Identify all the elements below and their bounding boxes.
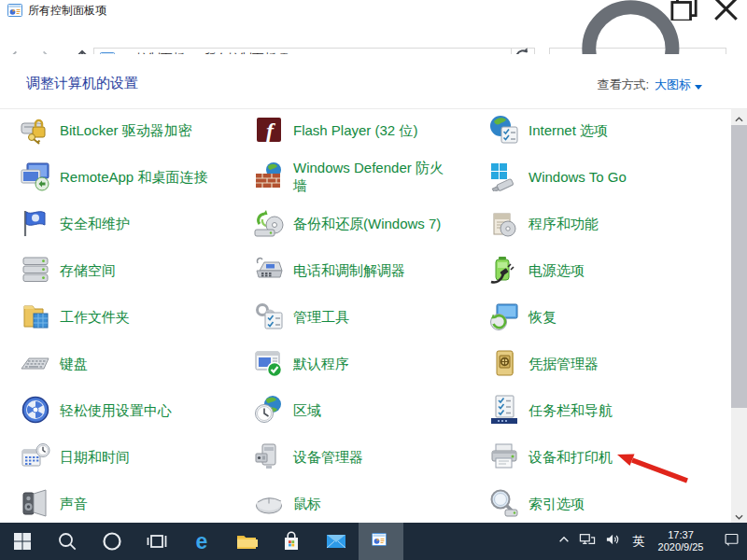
vertical-scrollbar[interactable] [731,109,747,523]
item-label: 凭据管理器 [529,355,599,372]
item-label: 备份和还原(Windows 7) [293,215,441,232]
control-panel-item[interactable]: 程序和功能 [478,200,710,246]
programs-features-icon [489,208,519,238]
control-panel-item[interactable]: 轻松使用设置中心 [9,386,243,433]
control-panel-item[interactable]: 安全和维护 [9,200,243,246]
header: 调整计算机的设置 查看方式: 大图标 [0,54,747,109]
svg-text:e: e [196,530,208,553]
storage-spaces-icon [21,255,50,285]
control-panel-item[interactable]: 工作文件夹 [9,293,243,340]
control-panel-item[interactable]: Internet 选项 [478,109,710,153]
taskbar-clock[interactable]: 17:37 2020/9/25 [652,529,710,553]
item-label: Flash Player (32 位) [293,121,417,139]
control-panel-item[interactable]: fFlash Player (32 位) [243,109,478,153]
control-panel-item[interactable]: 管理工具 [243,293,478,340]
control-panel-item[interactable]: 备份和还原(Windows 7) [243,200,478,246]
taskbar-app-start[interactable] [0,523,45,560]
action-center-icon[interactable] [719,523,743,560]
window-title: 所有控制面板项 [28,3,106,19]
item-label: RemoteApp 和桌面连接 [60,168,207,186]
control-panel-item[interactable]: 键盘 [9,340,243,386]
device-manager-icon [254,441,284,471]
taskbar-app-control-panel[interactable] [359,523,403,560]
ease-of-access-icon [21,395,50,425]
taskbar-app-mail[interactable] [314,523,359,560]
file-explorer-icon [235,530,258,553]
control-panel-icon [7,4,22,17]
firewall-icon [254,161,284,191]
taskbar-app-edge[interactable]: e [179,523,224,560]
taskbar-app-task-view[interactable] [134,523,179,560]
volume-icon[interactable] [601,523,626,560]
taskbar-app-file-explorer[interactable] [224,523,269,560]
item-label: 电话和调制解调器 [293,261,405,279]
phone-modem-icon [254,255,284,285]
tray-chevron-up-icon[interactable] [555,523,573,560]
power-options-icon [489,255,519,285]
control-panel-item[interactable]: 鼠标 [243,480,478,523]
view-mode-dropdown[interactable]: 大图标 [655,77,702,93]
item-label: 鼠标 [293,495,321,512]
recovery-icon [489,301,519,331]
cortana-icon [101,530,123,553]
item-label: 安全和维护 [60,215,130,232]
control-panel-item[interactable]: 恢复 [478,293,710,340]
control-panel-item[interactable]: 设备和打印机 [478,433,710,480]
item-label: Internet 选项 [529,121,608,139]
volume-icon [605,532,622,551]
taskbar-navigation-icon [489,395,519,425]
mail-icon [325,530,347,553]
control-panel-item[interactable]: 区域 [243,386,478,433]
control-panel-item[interactable]: BitLocker 驱动器加密 [9,109,243,153]
scroll-down-button[interactable] [731,507,747,523]
control-panel-item[interactable]: 存储空间 [9,246,243,293]
control-panel-item[interactable]: 任务栏和导航 [478,386,710,433]
item-label: 默认程序 [293,355,349,372]
page-title: 调整计算机的设置 [26,75,138,92]
taskbar-app-store[interactable] [269,523,314,560]
item-label: 轻松使用设置中心 [60,401,172,419]
control-panel-item[interactable]: 电话和调制解调器 [243,246,478,293]
item-label: 键盘 [60,355,88,372]
taskbar-apps: e [0,523,403,560]
indexing-options-icon [489,488,519,518]
chevron-up-icon [735,109,743,126]
dropdown-triangle-icon [695,78,702,92]
store-icon [280,530,303,553]
control-panel-grid: BitLocker 驱动器加密fFlash Player (32 位)Inter… [9,109,710,523]
control-panel-item[interactable]: 日期和时间 [9,433,243,480]
item-label: 程序和功能 [529,215,599,232]
work-folders-icon [21,301,50,331]
taskbar-app-cortana[interactable] [90,523,134,560]
control-panel-item[interactable]: Windows Defender 防火墙 [243,153,478,200]
taskbar-app-taskbar-search[interactable] [45,523,90,560]
control-panel-item[interactable]: 索引选项 [478,480,710,523]
item-label: Windows To Go [529,168,627,186]
chevron-down-icon [735,507,743,524]
credential-manager-icon [489,348,519,378]
chevron-up-icon [557,533,571,550]
control-panel-item[interactable]: 声音 [9,480,243,523]
item-label: 工作文件夹 [60,308,130,326]
item-label: 声音 [60,495,88,512]
backup-restore-icon [254,208,284,238]
control-panel-item[interactable]: RemoteApp 和桌面连接 [9,153,243,200]
item-label: 恢复 [529,308,557,326]
control-panel-item[interactable]: 凭据管理器 [478,340,710,386]
windows-to-go-icon [489,161,519,191]
control-panel-item[interactable]: 设备管理器 [243,433,478,480]
item-label: BitLocker 驱动器加密 [60,121,192,139]
action-center-icon [724,532,740,551]
scrollbar-thumb[interactable] [731,125,747,408]
control-panel-item[interactable]: 默认程序 [243,340,478,386]
date-time-icon [21,441,50,471]
item-label: 任务栏和导航 [529,401,613,419]
control-panel-item[interactable]: Windows To Go [478,153,710,200]
start-icon [11,530,34,553]
network-icon[interactable] [575,523,599,560]
scroll-up-button[interactable] [731,109,747,125]
navigation-bar: 控制面板 所有控制面板项 [0,21,747,54]
ime-indicator[interactable]: 英 [627,533,650,550]
control-panel-item[interactable]: 电源选项 [478,246,710,293]
devices-printers-icon [489,441,519,471]
